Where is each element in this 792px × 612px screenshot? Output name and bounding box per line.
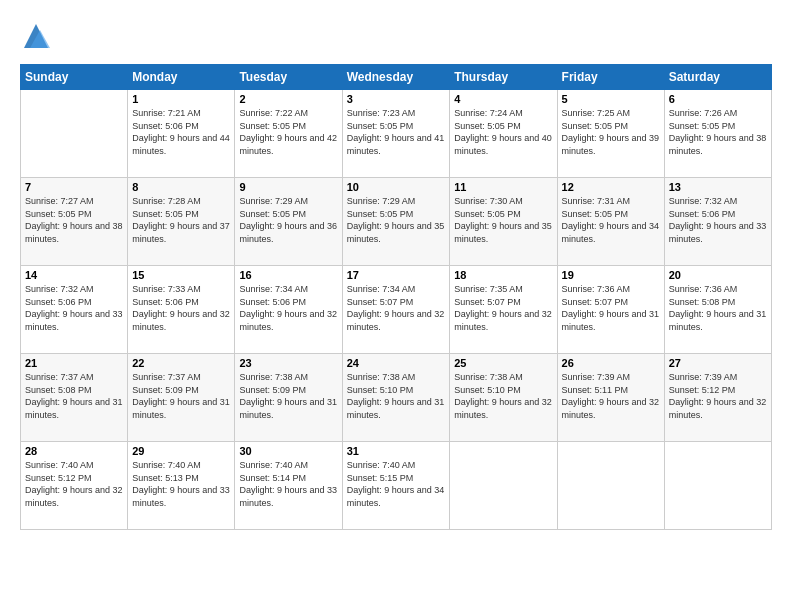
day-info: Sunrise: 7:34 AMSunset: 5:07 PMDaylight:… <box>347 283 446 333</box>
calendar-cell: 4Sunrise: 7:24 AMSunset: 5:05 PMDaylight… <box>450 90 557 178</box>
day-number: 24 <box>347 357 446 369</box>
day-number: 22 <box>132 357 230 369</box>
calendar-week-row: 7Sunrise: 7:27 AMSunset: 5:05 PMDaylight… <box>21 178 772 266</box>
day-info: Sunrise: 7:37 AMSunset: 5:08 PMDaylight:… <box>25 371 123 421</box>
day-number: 12 <box>562 181 660 193</box>
calendar-header-saturday: Saturday <box>664 65 771 90</box>
day-number: 17 <box>347 269 446 281</box>
day-number: 4 <box>454 93 552 105</box>
calendar-cell: 21Sunrise: 7:37 AMSunset: 5:08 PMDayligh… <box>21 354 128 442</box>
calendar-week-row: 14Sunrise: 7:32 AMSunset: 5:06 PMDayligh… <box>21 266 772 354</box>
day-number: 2 <box>239 93 337 105</box>
calendar-cell: 2Sunrise: 7:22 AMSunset: 5:05 PMDaylight… <box>235 90 342 178</box>
calendar-cell: 14Sunrise: 7:32 AMSunset: 5:06 PMDayligh… <box>21 266 128 354</box>
day-info: Sunrise: 7:38 AMSunset: 5:10 PMDaylight:… <box>347 371 446 421</box>
day-number: 19 <box>562 269 660 281</box>
day-info: Sunrise: 7:40 AMSunset: 5:13 PMDaylight:… <box>132 459 230 509</box>
calendar-week-row: 21Sunrise: 7:37 AMSunset: 5:08 PMDayligh… <box>21 354 772 442</box>
calendar-cell: 13Sunrise: 7:32 AMSunset: 5:06 PMDayligh… <box>664 178 771 266</box>
calendar-cell: 16Sunrise: 7:34 AMSunset: 5:06 PMDayligh… <box>235 266 342 354</box>
day-info: Sunrise: 7:40 AMSunset: 5:12 PMDaylight:… <box>25 459 123 509</box>
day-info: Sunrise: 7:29 AMSunset: 5:05 PMDaylight:… <box>239 195 337 245</box>
calendar-header-thursday: Thursday <box>450 65 557 90</box>
day-info: Sunrise: 7:38 AMSunset: 5:09 PMDaylight:… <box>239 371 337 421</box>
day-number: 6 <box>669 93 767 105</box>
day-info: Sunrise: 7:38 AMSunset: 5:10 PMDaylight:… <box>454 371 552 421</box>
calendar-header-wednesday: Wednesday <box>342 65 450 90</box>
day-number: 9 <box>239 181 337 193</box>
calendar-cell: 26Sunrise: 7:39 AMSunset: 5:11 PMDayligh… <box>557 354 664 442</box>
day-number: 1 <box>132 93 230 105</box>
day-info: Sunrise: 7:37 AMSunset: 5:09 PMDaylight:… <box>132 371 230 421</box>
calendar-cell: 24Sunrise: 7:38 AMSunset: 5:10 PMDayligh… <box>342 354 450 442</box>
calendar-cell: 6Sunrise: 7:26 AMSunset: 5:05 PMDaylight… <box>664 90 771 178</box>
day-info: Sunrise: 7:30 AMSunset: 5:05 PMDaylight:… <box>454 195 552 245</box>
calendar-cell: 19Sunrise: 7:36 AMSunset: 5:07 PMDayligh… <box>557 266 664 354</box>
day-info: Sunrise: 7:22 AMSunset: 5:05 PMDaylight:… <box>239 107 337 157</box>
calendar-cell <box>450 442 557 530</box>
day-info: Sunrise: 7:39 AMSunset: 5:11 PMDaylight:… <box>562 371 660 421</box>
calendar-header-row: SundayMondayTuesdayWednesdayThursdayFrid… <box>21 65 772 90</box>
calendar-cell: 22Sunrise: 7:37 AMSunset: 5:09 PMDayligh… <box>128 354 235 442</box>
calendar-cell: 18Sunrise: 7:35 AMSunset: 5:07 PMDayligh… <box>450 266 557 354</box>
day-number: 25 <box>454 357 552 369</box>
day-info: Sunrise: 7:25 AMSunset: 5:05 PMDaylight:… <box>562 107 660 157</box>
day-number: 14 <box>25 269 123 281</box>
calendar-cell: 25Sunrise: 7:38 AMSunset: 5:10 PMDayligh… <box>450 354 557 442</box>
day-info: Sunrise: 7:26 AMSunset: 5:05 PMDaylight:… <box>669 107 767 157</box>
calendar-header-monday: Monday <box>128 65 235 90</box>
day-number: 7 <box>25 181 123 193</box>
day-number: 30 <box>239 445 337 457</box>
page: SundayMondayTuesdayWednesdayThursdayFrid… <box>0 0 792 612</box>
calendar-table: SundayMondayTuesdayWednesdayThursdayFrid… <box>20 64 772 530</box>
day-info: Sunrise: 7:21 AMSunset: 5:06 PMDaylight:… <box>132 107 230 157</box>
day-info: Sunrise: 7:33 AMSunset: 5:06 PMDaylight:… <box>132 283 230 333</box>
day-info: Sunrise: 7:29 AMSunset: 5:05 PMDaylight:… <box>347 195 446 245</box>
day-number: 8 <box>132 181 230 193</box>
calendar-cell: 27Sunrise: 7:39 AMSunset: 5:12 PMDayligh… <box>664 354 771 442</box>
day-info: Sunrise: 7:34 AMSunset: 5:06 PMDaylight:… <box>239 283 337 333</box>
day-info: Sunrise: 7:35 AMSunset: 5:07 PMDaylight:… <box>454 283 552 333</box>
day-info: Sunrise: 7:32 AMSunset: 5:06 PMDaylight:… <box>25 283 123 333</box>
calendar-cell: 29Sunrise: 7:40 AMSunset: 5:13 PMDayligh… <box>128 442 235 530</box>
calendar-cell: 8Sunrise: 7:28 AMSunset: 5:05 PMDaylight… <box>128 178 235 266</box>
calendar-header-sunday: Sunday <box>21 65 128 90</box>
day-number: 15 <box>132 269 230 281</box>
calendar-week-row: 1Sunrise: 7:21 AMSunset: 5:06 PMDaylight… <box>21 90 772 178</box>
day-number: 20 <box>669 269 767 281</box>
day-number: 27 <box>669 357 767 369</box>
calendar-cell: 5Sunrise: 7:25 AMSunset: 5:05 PMDaylight… <box>557 90 664 178</box>
calendar-cell: 10Sunrise: 7:29 AMSunset: 5:05 PMDayligh… <box>342 178 450 266</box>
calendar-header-friday: Friday <box>557 65 664 90</box>
logo-icon <box>20 20 52 52</box>
day-info: Sunrise: 7:24 AMSunset: 5:05 PMDaylight:… <box>454 107 552 157</box>
calendar-cell: 23Sunrise: 7:38 AMSunset: 5:09 PMDayligh… <box>235 354 342 442</box>
day-number: 11 <box>454 181 552 193</box>
day-info: Sunrise: 7:40 AMSunset: 5:15 PMDaylight:… <box>347 459 446 509</box>
day-info: Sunrise: 7:40 AMSunset: 5:14 PMDaylight:… <box>239 459 337 509</box>
day-info: Sunrise: 7:36 AMSunset: 5:07 PMDaylight:… <box>562 283 660 333</box>
day-number: 10 <box>347 181 446 193</box>
calendar-cell: 20Sunrise: 7:36 AMSunset: 5:08 PMDayligh… <box>664 266 771 354</box>
day-number: 26 <box>562 357 660 369</box>
day-info: Sunrise: 7:39 AMSunset: 5:12 PMDaylight:… <box>669 371 767 421</box>
calendar-cell: 12Sunrise: 7:31 AMSunset: 5:05 PMDayligh… <box>557 178 664 266</box>
day-info: Sunrise: 7:23 AMSunset: 5:05 PMDaylight:… <box>347 107 446 157</box>
day-info: Sunrise: 7:31 AMSunset: 5:05 PMDaylight:… <box>562 195 660 245</box>
day-info: Sunrise: 7:36 AMSunset: 5:08 PMDaylight:… <box>669 283 767 333</box>
calendar-cell: 11Sunrise: 7:30 AMSunset: 5:05 PMDayligh… <box>450 178 557 266</box>
calendar-week-row: 28Sunrise: 7:40 AMSunset: 5:12 PMDayligh… <box>21 442 772 530</box>
day-info: Sunrise: 7:32 AMSunset: 5:06 PMDaylight:… <box>669 195 767 245</box>
calendar-cell: 15Sunrise: 7:33 AMSunset: 5:06 PMDayligh… <box>128 266 235 354</box>
calendar-cell: 30Sunrise: 7:40 AMSunset: 5:14 PMDayligh… <box>235 442 342 530</box>
day-number: 13 <box>669 181 767 193</box>
day-number: 18 <box>454 269 552 281</box>
calendar-cell <box>21 90 128 178</box>
day-number: 28 <box>25 445 123 457</box>
day-number: 23 <box>239 357 337 369</box>
calendar-cell: 17Sunrise: 7:34 AMSunset: 5:07 PMDayligh… <box>342 266 450 354</box>
logo <box>20 20 52 52</box>
calendar-cell: 1Sunrise: 7:21 AMSunset: 5:06 PMDaylight… <box>128 90 235 178</box>
day-number: 21 <box>25 357 123 369</box>
calendar-cell <box>664 442 771 530</box>
